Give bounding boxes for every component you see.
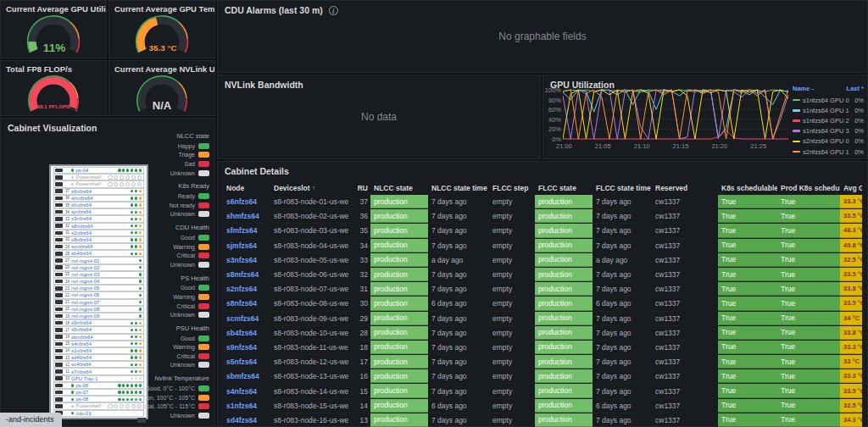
rack-row[interactable]: 25nvl-mgmt-03: [53, 271, 144, 278]
node-link[interactable]: s1nfzs64: [223, 399, 270, 413]
rack-row[interactable]: 12sc4fzs64: [53, 361, 144, 368]
legend-item[interactable]: Not ready: [148, 201, 209, 210]
legend-item[interactable]: Unknown: [148, 210, 209, 219]
column-header[interactable]: Avg GPI: [840, 184, 862, 192]
legend-name-header[interactable]: Name -: [793, 85, 814, 92]
rack-row[interactable]: 37s6nfzs64: [53, 188, 144, 195]
legend-series-item[interactable]: s1nfzs64 GPU 10%: [793, 105, 864, 115]
legend-item[interactable]: Good: [148, 284, 209, 293]
rack-node-link[interactable]: s3nfzs64: [71, 216, 129, 221]
info-icon[interactable]: i: [329, 6, 338, 15]
legend-item[interactable]: Ready: [148, 191, 209, 201]
legend-item[interactable]: Warning: [148, 292, 209, 302]
rack-node-link[interactable]: nvl-mgmt-07: [71, 300, 137, 305]
rack-node-link[interactable]: shmfzs64: [71, 196, 129, 201]
rack-node-link[interactable]: s2nfzs64: [71, 230, 129, 236]
legend-series-item[interactable]: s2nfzs64 GPU 00%: [793, 136, 864, 147]
rack-node-link[interactable]: nvl-mgmt-08: [71, 307, 137, 312]
rack-row[interactable]: 32s8mfzs64: [53, 223, 144, 230]
legend-series-item[interactable]: s2nfzs64 GPU 10%: [793, 147, 864, 157]
rack-node-link[interactable]: nvl-mgmt-09: [71, 313, 137, 319]
rack-node-link[interactable]: ps-06: [75, 383, 116, 388]
rack-node-link[interactable]: s8mfzs64: [71, 224, 129, 229]
node-link[interactable]: sb4fzs64: [223, 326, 270, 340]
rack-row[interactable]: 23nvl-mgmt-05: [53, 285, 144, 291]
rack-row[interactable]: ps-06: [53, 382, 144, 389]
rack-node-link[interactable]: nvl-mgmt-01: [71, 258, 137, 263]
rack-row[interactable]: 14s1nfzs64: [53, 347, 144, 354]
rack-node-link[interactable]: sfmfzs64: [71, 202, 129, 208]
node-link[interactable]: scmfzs64: [223, 312, 270, 325]
rack-node-link[interactable]: nvl-mgmt-06: [71, 292, 137, 297]
panel-title[interactable]: NVLink Bandwidth: [225, 80, 303, 90]
time-series-plot[interactable]: [563, 88, 788, 141]
legend-item[interactable]: Unknown: [148, 169, 209, 178]
legend-item[interactable]: Good: [148, 233, 209, 242]
legend-item[interactable]: Critical, 105°C - 115°C: [148, 402, 209, 411]
legend-item[interactable]: Unknown: [148, 361, 209, 370]
rack-row[interactable]: 28sb4fzs64: [53, 250, 144, 257]
legend-series-item[interactable]: s1nfzs64 GPU 00%: [793, 95, 864, 105]
rack-row[interactable]: 35sfmfzs64: [53, 202, 144, 208]
rack-row[interactable]: Powershelf: [53, 180, 144, 187]
rack-row[interactable]: 33s3nfzs64: [53, 215, 144, 222]
rack-node-link[interactable]: nvl-mgmt-03: [71, 272, 137, 277]
legend-item[interactable]: Caution, 100°C - 105°C: [148, 393, 209, 402]
rack-row[interactable]: 17s5nfzs64: [53, 326, 144, 333]
rack-row[interactable]: 16sbmfzs64: [53, 334, 144, 341]
column-header[interactable]: Node: [223, 184, 270, 192]
rack-node-link[interactable]: sjmfzs64: [71, 209, 129, 214]
legend-item[interactable]: Good, 0°C - 100°C: [148, 384, 209, 393]
rack-row[interactable]: 34sjmfzs64: [53, 208, 144, 215]
rack-node-link[interactable]: sb4fzs64: [71, 251, 129, 256]
rack-node-link[interactable]: s8nfzs64: [71, 237, 129, 242]
rack-row[interactable]: 24nvl-mgmt-04: [53, 278, 144, 285]
rack-row[interactable]: 31s2nfzs64: [53, 230, 144, 236]
rack-node-link[interactable]: Powershelf: [75, 181, 106, 186]
column-header[interactable]: Prod K8s schedulable: [777, 184, 840, 192]
rack-node-link[interactable]: ps-07: [75, 390, 116, 395]
panel-title[interactable]: Cabinet Visualization: [8, 123, 97, 133]
legend-item[interactable]: Happy: [148, 141, 209, 151]
column-header[interactable]: NLCC state time: [428, 184, 489, 192]
rack-row[interactable]: 18s9nfzs64: [53, 319, 144, 326]
legend-series-item[interactable]: s1nfzs64 GPU 20%: [793, 115, 864, 125]
rack-row[interactable]: 20nvl-mgmt-08: [53, 306, 144, 313]
rack-node-link[interactable]: Powershelf: [75, 175, 106, 180]
legend-item[interactable]: Critical: [148, 352, 209, 361]
rack-row[interactable]: 21nvl-mgmt-07: [53, 299, 144, 306]
rack-node-link[interactable]: s6nfzs64: [71, 189, 129, 194]
rack-node-link[interactable]: nvl-mgmt-02: [71, 265, 137, 270]
legend-last-header[interactable]: Last *: [847, 85, 864, 92]
legend-item[interactable]: Unknown: [148, 260, 209, 269]
panel-title[interactable]: Cabinet Details: [225, 166, 289, 176]
column-header[interactable]: Deviceslot ↑: [270, 184, 350, 192]
rack-row[interactable]: 10GPU Tray 1: [53, 375, 144, 382]
rack-row[interactable]: 27nvl-mgmt-01: [53, 257, 144, 263]
node-link[interactable]: sfmfzs64: [223, 224, 270, 237]
rack-node-link[interactable]: GPU Tray 1: [71, 376, 129, 381]
node-link[interactable]: s6nfzs64: [223, 195, 270, 208]
rack-node-link[interactable]: ps-08: [75, 396, 116, 402]
rack-node-link[interactable]: scmfzs64: [71, 244, 129, 249]
rack-node-link[interactable]: s1nfzs64: [71, 348, 129, 353]
legend-item[interactable]: Warning: [148, 242, 209, 252]
node-link[interactable]: s5nfzs64: [223, 355, 270, 369]
column-header[interactable]: K8s schedulable: [718, 184, 777, 192]
rack-node-link[interactable]: sbmfzs64: [71, 335, 129, 340]
rack-row[interactable]: ps-08: [53, 396, 144, 402]
rack-row[interactable]: ps-07: [53, 389, 144, 396]
node-link[interactable]: s3nfzs64: [223, 253, 270, 267]
legend-item[interactable]: Critical: [148, 251, 209, 260]
node-link[interactable]: s9nfzs64: [223, 341, 270, 354]
rack-node-link[interactable]: s5nfzs64: [71, 327, 129, 332]
legend-item[interactable]: Triage: [148, 151, 209, 160]
node-link[interactable]: shmfzs64: [223, 209, 270, 223]
node-link[interactable]: sjmfzs64: [223, 239, 270, 252]
panel-title[interactable]: CDU Alarms (last 30 m): [225, 5, 323, 15]
legend-item[interactable]: Unknown: [148, 411, 209, 420]
column-header[interactable]: RU: [350, 184, 370, 192]
legend-item[interactable]: Warning: [148, 343, 209, 352]
column-header[interactable]: NLCC state: [370, 184, 428, 192]
legend-item[interactable]: Unknown: [148, 310, 209, 319]
